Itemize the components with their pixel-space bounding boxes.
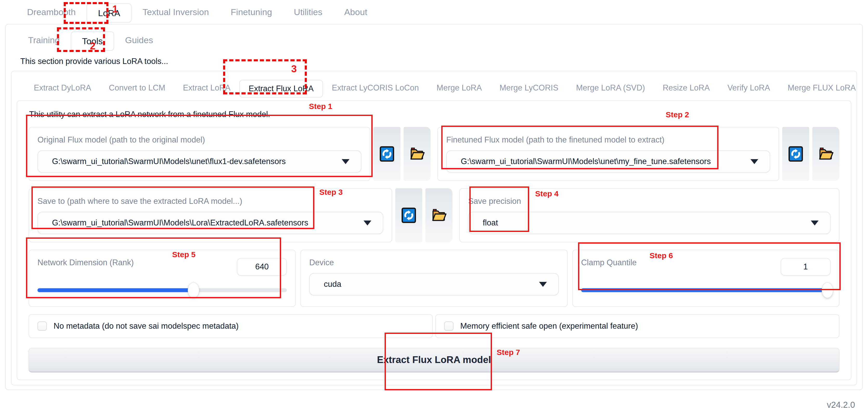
finetuned-model-refresh-button[interactable] (782, 127, 809, 181)
tab-extract-dylora[interactable]: Extract DyLoRA (25, 83, 100, 93)
finetuned-model-label: Finetuned Flux model (path to the finetu… (446, 135, 770, 145)
extract-flux-lora-button[interactable]: Extract Flux LoRA model (29, 348, 839, 372)
device-dropdown[interactable]: cuda (309, 273, 559, 295)
save-precision-value: float (483, 218, 498, 227)
device-value: cuda (324, 280, 341, 289)
network-dim-input[interactable]: 640 (237, 258, 287, 276)
mem-efficient-checkbox[interactable] (444, 321, 454, 331)
save-to-card: Save to (path where to save the extracte… (29, 188, 392, 242)
chevron-down-icon (811, 221, 818, 225)
network-dim-card: Network Dimension (Rank) 640 (29, 250, 296, 307)
original-model-group: Original Flux model (path to the origina… (29, 127, 431, 181)
save-precision-label: Save precision (468, 197, 831, 206)
tab-merge-lora-svd[interactable]: Merge LoRA (SVD) (567, 83, 654, 93)
device-label: Device (309, 258, 559, 267)
tool-tab-bar: Extract DyLoRA Convert to LCM Extract Lo… (11, 75, 857, 100)
main-tab-bar: Dreambooth LoRA Textual Inversion Finetu… (0, 0, 868, 24)
tab-convert-to-lcm[interactable]: Convert to LCM (100, 83, 174, 93)
original-model-label: Original Flux model (path to the origina… (37, 135, 362, 145)
finetuned-model-dropdown[interactable]: G:\swarm_ui_tutorial\SwarmUI\Models\unet… (446, 150, 770, 172)
no-metadata-checkbox[interactable] (37, 321, 47, 331)
tab-extract-lycoris-locon[interactable]: Extract LyCORIS LoCon (323, 83, 428, 93)
original-model-card: Original Flux model (path to the origina… (29, 127, 370, 181)
lora-sub-tab-bar: Training Tools Guides (6, 27, 862, 53)
tab-merge-lora[interactable]: Merge LoRA (428, 83, 491, 93)
original-model-refresh-button[interactable] (373, 127, 400, 181)
finetuned-model-browse-button[interactable] (812, 127, 839, 181)
open-folder-icon (430, 207, 447, 224)
tab-guides[interactable]: Guides (114, 35, 164, 45)
extract-flux-lora-panel: This utility can extract a LoRA network … (17, 100, 851, 380)
original-model-dropdown[interactable]: G:\swarm_ui_tutorial\SwarmUI\Models\unet… (37, 150, 362, 172)
options-row: No metadata (do not save sai modelspec m… (29, 314, 839, 338)
finetuned-model-card: Finetuned Flux model (path to the finetu… (437, 127, 779, 181)
utility-note: This utility can extract a LoRA network … (29, 108, 839, 127)
tab-lora[interactable]: LoRA (87, 3, 131, 23)
chevron-down-icon (364, 221, 371, 225)
clamp-quantile-input[interactable]: 1 (781, 258, 831, 276)
mem-efficient-option: Memory efficient safe open (experimental… (435, 314, 839, 338)
chevron-down-icon (539, 282, 547, 287)
tab-dreambooth[interactable]: Dreambooth (16, 7, 87, 17)
tab-textual-inversion[interactable]: Textual Inversion (131, 7, 220, 17)
chevron-down-icon (342, 159, 349, 164)
tools-panel: Extract DyLoRA Convert to LCM Extract Lo… (11, 71, 857, 385)
tab-merge-lycoris[interactable]: Merge LyCORIS (491, 83, 567, 93)
save-row: Save to (path where to save the extracte… (29, 188, 839, 242)
version-label: v24.2.0 (0, 390, 868, 408)
parameters-row: Network Dimension (Rank) 640 Device (29, 250, 839, 307)
refresh-icon (401, 207, 417, 223)
refresh-icon (379, 146, 395, 162)
tab-finetuning[interactable]: Finetuning (220, 7, 283, 17)
tab-merge-flux-lora[interactable]: Merge FLUX LoRA (779, 83, 865, 93)
original-model-value: G:\swarm_ui_tutorial\SwarmUI\Models\unet… (52, 157, 286, 166)
tab-tools[interactable]: Tools (71, 31, 114, 51)
slider-fill (37, 288, 193, 292)
tab-training[interactable]: Training (17, 35, 71, 45)
save-to-group: Save to (path where to save the extracte… (29, 188, 453, 242)
slider-handle[interactable] (188, 282, 199, 298)
model-paths-row: Original Flux model (path to the origina… (29, 127, 839, 181)
tab-extract-flux-lora[interactable]: Extract Flux LoRA (239, 80, 323, 97)
refresh-icon (788, 146, 804, 162)
lora-panel: Training Tools Guides This section provi… (5, 24, 863, 390)
clamp-quantile-card: Clamp Quantile 1 (572, 250, 839, 307)
save-to-value: G:\swarm_ui_tutorial\SwarmUI\Models\Lora… (52, 218, 308, 227)
network-dim-slider[interactable] (37, 282, 287, 299)
clamp-quantile-slider[interactable] (581, 282, 831, 299)
tab-verify-lora[interactable]: Verify LoRA (718, 83, 779, 93)
open-folder-icon (817, 145, 834, 162)
save-precision-card: Save precision float (459, 188, 839, 242)
network-dim-label: Network Dimension (Rank) (37, 258, 134, 267)
no-metadata-option: No metadata (do not save sai modelspec m… (29, 314, 433, 338)
tab-utilities[interactable]: Utilities (283, 7, 333, 17)
slider-track (581, 288, 831, 292)
original-model-browse-button[interactable] (404, 127, 431, 181)
save-to-browse-button[interactable] (426, 188, 453, 242)
save-to-dropdown[interactable]: G:\swarm_ui_tutorial\SwarmUI\Models\Lora… (37, 212, 383, 234)
chevron-down-icon (750, 159, 758, 164)
tab-extract-lora[interactable]: Extract LoRA (174, 83, 240, 93)
save-to-refresh-button[interactable] (395, 188, 422, 242)
tab-resize-lora[interactable]: Resize LoRA (654, 83, 718, 93)
finetuned-model-group: Finetuned Flux model (path to the finetu… (437, 127, 839, 181)
tab-about[interactable]: About (333, 7, 378, 17)
mem-efficient-label: Memory efficient safe open (experimental… (460, 321, 638, 331)
slider-fill (581, 288, 831, 292)
app-window: Dreambooth LoRA Textual Inversion Finetu… (0, 0, 868, 408)
section-note: This section provide various LoRA tools.… (6, 53, 862, 71)
save-to-label: Save to (path where to save the extracte… (37, 197, 383, 206)
clamp-quantile-label: Clamp Quantile (581, 258, 637, 267)
finetuned-model-value: G:\swarm_ui_tutorial\SwarmUI\Models\unet… (461, 157, 711, 166)
device-card: Device cuda (300, 250, 567, 307)
slider-track (37, 288, 287, 292)
save-precision-dropdown[interactable]: float (468, 212, 831, 234)
no-metadata-label: No metadata (do not save sai modelspec m… (54, 321, 239, 331)
open-folder-icon (408, 145, 426, 162)
slider-handle[interactable] (822, 282, 833, 298)
